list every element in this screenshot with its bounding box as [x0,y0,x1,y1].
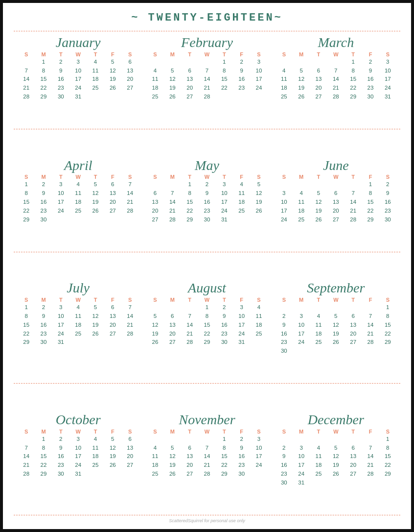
day-cell: 19 [327,330,345,339]
day-cell: 27 [104,207,121,216]
week-row: 891011121314 [18,312,138,321]
day-cell: 5 [104,435,121,444]
week-row: 1234567 [18,303,138,312]
day-cell: 10 [250,444,267,453]
day-cell [310,479,327,487]
day-header: M [293,429,310,435]
day-cell: 6 [104,180,121,189]
day-cell: 18 [146,84,163,93]
day-cell: 7 [327,67,345,75]
day-cell: 7 [198,444,215,453]
day-cell: 5 [310,189,327,198]
day-cell [293,435,310,444]
week-row: 15161718192021 [18,198,138,207]
day-cell [87,338,104,347]
footer: ScatteredSquirrel for personal use only [14,516,400,524]
day-cell: 27 [121,84,138,93]
day-cell: 1 [181,180,198,189]
day-cell: 19 [327,461,345,470]
day-cell: 11 [87,444,104,453]
week-row: 10111213141516 [276,198,396,207]
day-header: T [87,174,104,180]
month-block-november: NovemberSMTWTFS1234567891011121314151617… [142,410,271,514]
day-cell: 1 [18,180,35,189]
day-cell: 20 [121,452,138,461]
day-cell: 28 [327,93,345,101]
day-cell: 24 [233,330,250,339]
day-header: T [216,51,233,57]
day-cell: 24 [379,84,396,93]
day-cell [164,303,181,312]
day-cell: 27 [345,338,362,347]
day-cell: 18 [69,321,87,330]
day-cell: 26 [293,93,310,101]
day-header: T [181,297,198,303]
day-cell: 25 [146,93,163,101]
day-header: M [293,51,310,57]
day-cell: 6 [146,189,163,198]
day-cell: 13 [121,444,138,453]
day-cell: 18 [310,461,327,470]
month-name: December [276,412,396,428]
day-cell: 8 [216,67,233,75]
day-cell: 23 [198,207,215,216]
day-cell: 9 [35,189,52,198]
day-cell: 2 [233,58,250,67]
week-row: 2345678 [276,312,396,321]
day-cell: 11 [310,321,327,330]
day-cell: 3 [293,444,310,453]
day-cell: 12 [104,444,121,453]
week-row: 24252627282930 [276,216,396,224]
day-cell: 16 [276,330,293,339]
day-cell: 7 [181,312,198,321]
day-headers: SMTWTFS [146,174,267,180]
day-cell: 9 [276,452,293,461]
day-cell: 8 [35,67,52,75]
week-row: 9101112131415 [276,452,396,461]
day-cell [104,338,121,347]
day-cell: 21 [121,198,138,207]
day-cell [362,479,379,487]
day-header: T [345,429,362,435]
day-header: F [104,429,121,435]
day-cell: 14 [345,198,362,207]
day-cell: 26 [250,207,267,216]
day-cell: 2 [216,303,233,312]
day-headers: SMTWTFS [276,429,396,435]
day-cell [164,180,181,189]
day-cell: 15 [379,321,396,330]
day-header: F [233,297,250,303]
day-cell: 30 [35,338,52,347]
day-cell [52,216,69,224]
month-name: April [18,158,138,173]
day-cell: 26 [87,330,104,339]
day-cell: 22 [379,330,396,339]
day-cell: 14 [327,75,345,84]
day-header: S [250,51,267,57]
day-header: F [362,174,379,180]
day-cell: 8 [345,67,362,75]
day-cell [310,180,327,189]
week-row: 2728293031 [146,216,267,224]
day-cell: 10 [276,198,293,207]
day-cell: 4 [233,180,250,189]
day-cell: 7 [345,189,362,198]
day-cell: 27 [310,93,327,101]
day-header: M [35,174,52,180]
day-cell: 14 [362,321,379,330]
week-row: 123 [146,435,267,444]
day-cell: 27 [327,216,345,224]
day-header: S [18,51,35,57]
month-name: May [146,158,267,173]
day-cell: 5 [164,444,181,453]
day-cell: 22 [379,461,396,470]
day-cell [276,180,293,189]
week-row: 15161718192021 [18,321,138,330]
week-row: 21222324252627 [18,84,138,93]
day-cell: 7 [18,444,35,453]
day-header: W [327,429,345,435]
day-cell: 9 [52,67,69,75]
day-cell: 17 [293,330,310,339]
day-cell: 12 [87,312,104,321]
day-cell: 16 [35,198,52,207]
